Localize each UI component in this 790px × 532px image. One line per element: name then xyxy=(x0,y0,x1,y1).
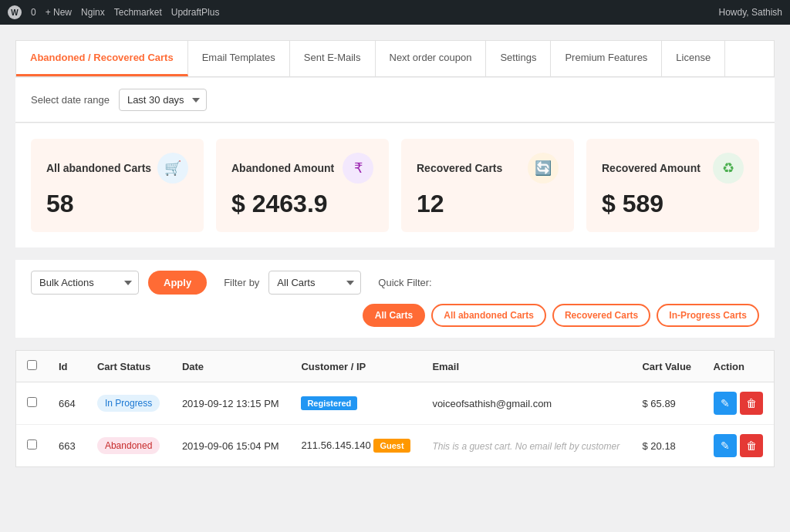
row-customer-663: 211.56.145.140 Guest xyxy=(290,425,421,467)
stat-card-title-abandoned: All abandoned Carts xyxy=(46,162,151,174)
col-checkbox xyxy=(16,351,48,382)
table-row: 663 Abandoned 2019-09-06 15:04 PM 211.56… xyxy=(16,425,774,467)
tab-next-order-coupon[interactable]: Next order coupon xyxy=(376,41,487,76)
stat-card-title-amount: Abandoned Amount xyxy=(231,162,334,174)
stat-card-recovered-carts: Recovered Carts 🔄 12 xyxy=(401,139,574,232)
admin-bar-updraftplus[interactable]: UpdraftPlus xyxy=(171,7,220,18)
admin-bar-techmarket[interactable]: Techmarket xyxy=(114,7,162,18)
row-status-664: In Progress xyxy=(86,382,171,425)
refresh-icon: 🔄 xyxy=(528,153,559,184)
qf-inprogress-carts[interactable]: In-Progress Carts xyxy=(657,304,759,327)
row-cartvalue-663: $ 20.18 xyxy=(631,425,702,467)
qf-recovered-carts[interactable]: Recovered Carts xyxy=(552,304,650,327)
date-range-select[interactable]: Last 30 days Last 7 days Last 90 days Th… xyxy=(119,89,207,111)
row-checkbox-663 xyxy=(16,425,48,467)
quick-filter-buttons: All Carts All abandoned Carts Recovered … xyxy=(363,304,759,327)
quick-filter-label: Quick Filter: xyxy=(378,277,431,288)
tab-sent-emails[interactable]: Sent E-Mails xyxy=(290,41,376,76)
stat-card-header-amount: Abandoned Amount ₹ xyxy=(231,153,373,184)
stat-card-header-recovered: Recovered Carts 🔄 xyxy=(417,153,559,184)
view-button-663[interactable]: ✎ xyxy=(714,434,737,457)
admin-bar-new[interactable]: + New xyxy=(46,7,72,18)
stat-card-value-abandoned: 58 xyxy=(46,190,188,218)
admin-bar-nginx[interactable]: Nginx xyxy=(81,7,105,18)
col-action: Action xyxy=(703,351,775,382)
stat-card-header-abandoned: All abandoned Carts 🛒 xyxy=(46,153,188,184)
filter-by-select[interactable]: All Carts Abandoned Recovered In Progres… xyxy=(268,271,361,295)
data-table: Id Cart Status Date Customer / IP Email … xyxy=(16,351,774,466)
delete-button-664[interactable]: 🗑 xyxy=(740,392,763,415)
cart-icon: 🛒 xyxy=(157,153,188,184)
row-id-663: 663 xyxy=(48,425,86,467)
stat-card-recovered-amount: Recovered Amount ♻ $ 589 xyxy=(586,139,759,232)
action-buttons-663: ✎ 🗑 xyxy=(714,434,764,457)
date-range-label: Select date range xyxy=(31,94,110,106)
qf-all-carts[interactable]: All Carts xyxy=(363,304,425,327)
table-row: 664 In Progress 2019-09-12 13:15 PM Regi… xyxy=(16,382,774,425)
view-button-664[interactable]: ✎ xyxy=(714,392,737,415)
wp-logo: W xyxy=(8,5,22,19)
select-all-checkbox[interactable] xyxy=(27,360,37,370)
col-cart-status: Cart Status xyxy=(86,351,171,382)
stat-card-all-abandoned: All abandoned Carts 🛒 58 xyxy=(31,139,204,232)
tab-license[interactable]: License xyxy=(662,41,725,76)
filter-by-label: Filter by xyxy=(224,277,259,288)
row-date-663: 2019-09-06 15:04 PM xyxy=(171,425,291,467)
status-badge-663: Abandoned xyxy=(97,437,160,454)
customer-ip-663: 211.56.145.140 xyxy=(301,439,370,451)
tab-settings[interactable]: Settings xyxy=(486,41,551,76)
col-customer-ip: Customer / IP xyxy=(290,351,421,382)
admin-bar-howdy: Howdy, Sathish xyxy=(719,7,782,18)
customer-badge-664: Registered xyxy=(301,396,357,410)
row-select-663[interactable] xyxy=(27,439,37,450)
admin-bar: W 0 + New Nginx Techmarket UpdraftPlus H… xyxy=(0,0,790,25)
data-table-section: Id Cart Status Date Customer / IP Email … xyxy=(15,350,775,467)
row-action-663: ✎ 🗑 xyxy=(703,425,775,467)
rupee-icon: ₹ xyxy=(343,153,373,184)
delete-button-663[interactable]: 🗑 xyxy=(740,434,763,457)
col-email: Email xyxy=(421,351,631,382)
row-cartvalue-664: $ 65.89 xyxy=(631,382,702,425)
customer-badge-663: Guest xyxy=(373,439,410,453)
admin-bar-zero[interactable]: 0 xyxy=(31,7,36,18)
admin-bar-left: W 0 + New Nginx Techmarket UpdraftPlus xyxy=(8,5,219,19)
row-email-664: voiceofsathish@gmail.com xyxy=(421,382,631,425)
row-id-664: 664 xyxy=(48,382,86,425)
row-date-664: 2019-09-12 13:15 PM xyxy=(171,382,291,425)
recycle-icon: ♻ xyxy=(713,153,744,184)
tab-premium-features[interactable]: Premium Features xyxy=(551,41,662,76)
stats-section: All abandoned Carts 🛒 58 Abandoned Amoun… xyxy=(15,123,775,247)
action-buttons-664: ✎ 🗑 xyxy=(714,392,764,415)
date-range-bar: Select date range Last 30 days Last 7 da… xyxy=(15,78,775,123)
row-customer-664: Registered xyxy=(290,382,421,425)
stat-card-title-recovered-amount: Recovered Amount xyxy=(602,162,701,174)
apply-button[interactable]: Apply xyxy=(148,271,207,295)
table-header-row: Id Cart Status Date Customer / IP Email … xyxy=(16,351,774,382)
admin-bar-right: Howdy, Sathish xyxy=(719,7,782,18)
row-select-664[interactable] xyxy=(27,397,37,407)
row-email-663: This is a guest cart. No email left by c… xyxy=(421,425,631,467)
guest-email-note-663: This is a guest cart. No email left by c… xyxy=(432,441,620,452)
stat-card-title-recovered: Recovered Carts xyxy=(417,162,502,174)
col-id: Id xyxy=(48,351,86,382)
bulk-actions-select[interactable]: Bulk Actions Delete Selected xyxy=(31,271,139,295)
qf-all-abandoned[interactable]: All abandoned Carts xyxy=(431,304,546,327)
stat-card-value-amount: $ 2463.9 xyxy=(231,190,373,218)
tab-email-templates[interactable]: Email Templates xyxy=(188,41,290,76)
row-status-663: Abandoned xyxy=(86,425,171,467)
status-badge-664: In Progress xyxy=(97,395,160,412)
stat-card-value-recovered-amount: $ 589 xyxy=(602,190,744,218)
filter-bar: Bulk Actions Delete Selected Apply Filte… xyxy=(15,260,775,338)
plugin-tabs: Abandoned / Recovered Carts Email Templa… xyxy=(15,40,775,77)
stat-card-value-recovered: 12 xyxy=(417,190,559,218)
row-checkbox-664 xyxy=(16,382,48,425)
col-date: Date xyxy=(171,351,291,382)
stat-card-header-recovered-amount: Recovered Amount ♻ xyxy=(602,153,744,184)
col-cart-value: Cart Value xyxy=(631,351,702,382)
row-action-664: ✎ 🗑 xyxy=(703,382,775,425)
stat-card-abandoned-amount: Abandoned Amount ₹ $ 2463.9 xyxy=(216,139,389,232)
tab-abandoned-recovered[interactable]: Abandoned / Recovered Carts xyxy=(16,41,188,76)
